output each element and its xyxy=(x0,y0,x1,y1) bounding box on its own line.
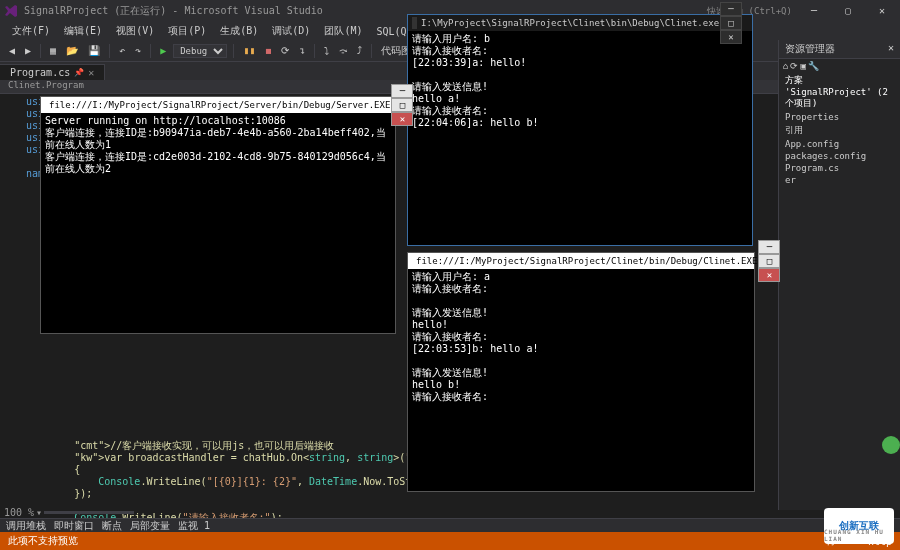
console-output: 请输入用户名: b 请输入接收者名: [22:03:39]a: hello! 请… xyxy=(408,31,752,131)
step-icon[interactable]: ↴ xyxy=(296,45,308,56)
status-bar: 此项不支持预览 行 31 http xyxy=(0,532,900,550)
console-icon xyxy=(412,17,417,29)
max-button[interactable]: □ xyxy=(758,254,780,268)
step-into-icon[interactable]: ⤵ xyxy=(321,45,332,56)
bottom-tabs: 调用堆栈即时窗口断点局部变量监视 1 xyxy=(0,518,900,532)
min-button[interactable]: ─ xyxy=(391,84,413,98)
max-button[interactable]: □ xyxy=(720,16,742,30)
console-client-a: file:///I:/MyProject/SignalRProject/Clin… xyxy=(407,252,755,492)
save-icon[interactable]: 💾 xyxy=(85,45,103,56)
vs-logo-icon xyxy=(4,4,18,18)
max-button[interactable]: □ xyxy=(391,98,413,112)
step-out-icon[interactable]: ⤴ xyxy=(354,45,365,56)
status-msg: 此项不支持预览 xyxy=(8,534,78,548)
console-server: file:///I:/MyProject/SignalRProject/Serv… xyxy=(40,96,396,334)
panel-close-icon[interactable]: ✕ xyxy=(888,42,894,56)
close-button[interactable]: ✕ xyxy=(758,268,780,282)
maximize-button[interactable]: ▢ xyxy=(834,2,862,20)
restart-icon[interactable]: ⟳ xyxy=(278,45,292,56)
console-client-b: I:\MyProject\SignalRProject\Clinet\bin\D… xyxy=(407,14,753,246)
console-titlebar[interactable]: file:///I:/MyProject/SignalRProject/Clin… xyxy=(408,253,754,269)
console-output: 请输入用户名: a 请输入接收者名: 请输入发送信息! hello! 请输入接收… xyxy=(408,269,754,405)
panel-title: 资源管理器 xyxy=(785,42,835,56)
home-icon[interactable]: ⌂ xyxy=(783,61,788,71)
solution-node[interactable]: 方案 'SignalRProject' (2 个项目) xyxy=(779,73,900,111)
nav-fwd-icon[interactable]: ▶ xyxy=(22,45,34,56)
min-button[interactable]: ─ xyxy=(758,240,780,254)
tree-item[interactable]: App.config xyxy=(779,138,900,150)
menu-item[interactable]: 团队(M) xyxy=(318,22,368,40)
close-button[interactable]: ✕ xyxy=(391,112,413,126)
close-button[interactable]: ✕ xyxy=(720,30,742,44)
assist-bubble-icon[interactable] xyxy=(882,436,900,454)
console-titlebar[interactable]: I:\MyProject\SignalRProject\Clinet\bin\D… xyxy=(408,15,752,31)
solution-explorer: 资源管理器✕ ⌂⟳▣🔧 方案 'SignalRProject' (2 个项目) … xyxy=(778,40,900,510)
stop-icon[interactable]: ◼ xyxy=(262,45,274,56)
bottom-tab[interactable]: 断点 xyxy=(102,519,122,533)
bottom-tab[interactable]: 调用堆栈 xyxy=(6,519,46,533)
console-title: file:///I:/MyProject/SignalRProject/Serv… xyxy=(49,100,390,110)
pin-icon[interactable]: 📌 xyxy=(74,68,84,77)
redo-icon[interactable]: ↷ xyxy=(132,45,144,56)
window-buttons: ─ ▢ ✕ xyxy=(800,2,896,20)
menu-item[interactable]: 调试(D) xyxy=(266,22,316,40)
tree-item[interactable]: packages.config xyxy=(779,150,900,162)
console-title: file:///I:/MyProject/SignalRProject/Clin… xyxy=(416,256,757,266)
nav-back-icon[interactable]: ◀ xyxy=(6,45,18,56)
console-output: Server running on http://localhost:10086… xyxy=(41,113,395,177)
menu-item[interactable]: 文件(F) xyxy=(6,22,56,40)
step-over-icon[interactable]: ⤼ xyxy=(336,45,350,56)
min-button[interactable]: ─ xyxy=(720,2,742,16)
menu-item[interactable]: 编辑(E) xyxy=(58,22,108,40)
tab-close-icon[interactable]: ✕ xyxy=(88,67,94,78)
continue-button[interactable]: ▶ xyxy=(157,45,169,56)
watermark-logo: 创新互联 CHUANG XIN HU LIAN xyxy=(824,508,894,544)
bottom-tab[interactable]: 局部变量 xyxy=(130,519,170,533)
refresh-icon[interactable]: ⟳ xyxy=(790,61,798,71)
zoom-control[interactable]: 100 %▾ xyxy=(4,507,134,518)
props-icon[interactable]: 🔧 xyxy=(808,61,819,71)
undo-icon[interactable]: ↶ xyxy=(116,45,128,56)
tree-item[interactable]: Properties xyxy=(779,111,900,123)
tab-label: Program.cs xyxy=(10,67,70,78)
console-title: I:\MyProject\SignalRProject\Clinet\bin\D… xyxy=(421,18,719,28)
tree-item[interactable]: er xyxy=(779,174,900,186)
menu-item[interactable]: 项目(P) xyxy=(162,22,212,40)
new-icon[interactable]: ▦ xyxy=(47,45,59,56)
pause-icon[interactable]: ▮▮ xyxy=(240,45,258,56)
menu-item[interactable]: 视图(V) xyxy=(110,22,160,40)
collapse-icon[interactable]: ▣ xyxy=(800,61,805,71)
menu-item[interactable]: 生成(B) xyxy=(214,22,264,40)
tab-program-cs[interactable]: Program.cs 📌 ✕ xyxy=(0,64,105,80)
panel-toolbar: ⌂⟳▣🔧 xyxy=(779,59,900,73)
bottom-tab[interactable]: 即时窗口 xyxy=(54,519,94,533)
config-select[interactable]: Debug xyxy=(173,44,227,58)
minimize-button[interactable]: ─ xyxy=(800,2,828,20)
close-button[interactable]: ✕ xyxy=(868,2,896,20)
open-icon[interactable]: 📂 xyxy=(63,45,81,56)
bottom-tab[interactable]: 监视 1 xyxy=(178,519,210,533)
tree-item[interactable]: 引用 xyxy=(779,123,900,138)
console-titlebar[interactable]: file:///I:/MyProject/SignalRProject/Serv… xyxy=(41,97,395,113)
tree-item[interactable]: Program.cs xyxy=(779,162,900,174)
